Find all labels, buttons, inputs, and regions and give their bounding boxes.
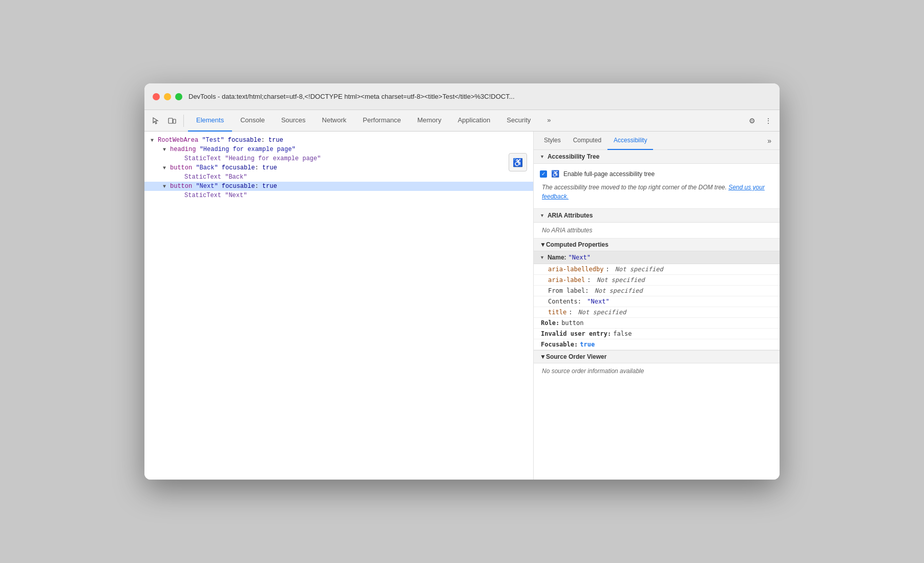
cursor-icon: [152, 117, 160, 125]
tab-sources[interactable]: Sources: [273, 110, 314, 132]
node-text-value3: "Next": [225, 192, 247, 199]
tab-elements[interactable]: Elements: [188, 110, 232, 132]
prop-value-from-label: Not specified: [591, 287, 642, 294]
sub-tab-more[interactable]: »: [763, 137, 775, 145]
dom-row-statictext-back[interactable]: StaticText "Back": [144, 172, 533, 182]
prop-value-invalid: false: [613, 330, 632, 337]
info-text-content: The accessibility tree moved to the top …: [542, 184, 727, 191]
node-attr-value-back: "Back": [196, 164, 218, 171]
triangle-source-order: ▼: [540, 353, 546, 360]
triangle-heading[interactable]: [163, 147, 170, 153]
dom-row-button-back[interactable]: button "Back" focusable : true: [144, 163, 533, 172]
prop-label-invalid: Invalid user entry:: [541, 330, 611, 337]
node-text-statictext2: StaticText: [184, 174, 221, 181]
prop-label-focusable: Focusable:: [541, 341, 578, 348]
section-header-accessibility-tree[interactable]: ▼ Accessibility Tree: [534, 150, 780, 164]
accessibility-content: ▼ Accessibility Tree ✓ ♿ Enable full-pag…: [534, 150, 780, 480]
node-keyword-focusable3: focusable: [222, 183, 255, 190]
node-type-button-next: button: [170, 183, 192, 190]
prop-name-from-label: From label: [548, 287, 585, 294]
dom-row-statictext-heading[interactable]: StaticText "Heading for example page": [144, 154, 533, 163]
prop-row-contents: Contents : "Next": [534, 296, 780, 307]
node-text-value2: "Back": [225, 174, 247, 181]
name-label: Name:: [548, 254, 566, 261]
no-source-text: No source order information available: [534, 363, 780, 379]
tab-accessibility[interactable]: Accessibility: [607, 132, 653, 150]
tab-application[interactable]: Application: [450, 110, 499, 132]
enable-row: ✓ ♿ Enable full-page accessibility tree: [540, 168, 773, 180]
section-header-aria[interactable]: ▼ ARIA Attributes: [534, 209, 780, 223]
node-text-statictext3: StaticText: [184, 192, 221, 199]
traffic-lights: [153, 93, 182, 100]
node-type-heading: heading: [170, 146, 196, 153]
minimize-button[interactable]: [164, 93, 171, 100]
tab-computed[interactable]: Computed: [567, 132, 607, 150]
sub-tab-bar: Styles Computed Accessibility »: [534, 132, 780, 150]
maximize-button[interactable]: [175, 93, 182, 100]
svg-rect-0: [169, 118, 173, 123]
tab-performance[interactable]: Performance: [354, 110, 409, 132]
enable-label: Enable full-page accessibility tree: [563, 170, 655, 178]
accessibility-tree-button[interactable]: ♿: [509, 153, 527, 171]
prop-name-title: title: [548, 309, 566, 316]
node-text-statictext1: StaticText: [184, 155, 221, 162]
tab-network[interactable]: Network: [314, 110, 355, 132]
tab-console[interactable]: Console: [232, 110, 273, 132]
node-keyword-true3: true: [262, 183, 277, 190]
prop-row-focusable: Focusable: true: [534, 339, 780, 350]
prop-name-aria-labelledby: aria-labelledby: [548, 266, 603, 273]
devtools-toolbar: Elements Console Sources Network Perform…: [144, 110, 780, 132]
prop-row-from-label: From label : Not specified: [534, 286, 780, 296]
node-keyword-focusable2: focusable: [222, 164, 255, 171]
dom-panel[interactable]: RootWebArea "Test" focusable : true head…: [144, 132, 534, 480]
name-value: "Next": [569, 254, 591, 261]
dom-row-heading[interactable]: heading "Heading for example page": [144, 145, 533, 154]
accessibility-icon: ♿: [551, 170, 559, 178]
triangle-next[interactable]: [163, 184, 170, 189]
tab-memory[interactable]: Memory: [409, 110, 450, 132]
svg-rect-1: [173, 119, 176, 123]
aria-section: No ARIA attributes: [534, 223, 780, 239]
device-toggle-button[interactable]: [165, 114, 179, 128]
section-header-computed-props[interactable]: ▼ Computed Properties: [534, 239, 780, 251]
tab-bar: Elements Console Sources Network Perform…: [188, 110, 743, 131]
prop-value-contents: "Next": [583, 298, 610, 305]
close-button[interactable]: [153, 93, 160, 100]
no-aria-text: No ARIA attributes: [534, 223, 780, 238]
section-header-source-order[interactable]: ▼ Source Order Viewer: [534, 350, 780, 363]
tab-styles[interactable]: Styles: [538, 132, 567, 150]
prop-value-role: button: [561, 319, 583, 327]
tab-security[interactable]: Security: [498, 110, 539, 132]
enable-checkbox[interactable]: ✓: [540, 170, 547, 178]
triangle-rootwebarea[interactable]: [151, 138, 158, 143]
triangle-back[interactable]: [163, 165, 170, 171]
dom-row-button-next[interactable]: button "Next" focusable : true: [144, 182, 533, 191]
prop-name-aria-label: aria-label: [548, 276, 585, 284]
prop-value-aria-labelledby: Not specified: [612, 266, 663, 273]
node-type-button-back: button: [170, 164, 192, 171]
dom-row-statictext-next[interactable]: StaticText "Next": [144, 191, 533, 200]
settings-button[interactable]: ⚙: [745, 114, 759, 128]
inspect-element-button[interactable]: [149, 114, 163, 128]
node-keyword-true2: true: [262, 164, 277, 171]
triangle-computed-props: ▼: [540, 241, 546, 248]
node-keyword-true1: true: [268, 137, 283, 144]
node-text-value1: "Heading for example page": [225, 155, 321, 162]
node-attr-value-next: "Next": [196, 183, 218, 190]
prop-value-title: Not specified: [574, 309, 626, 316]
more-options-button[interactable]: ⋮: [761, 114, 775, 128]
prop-value-focusable: true: [580, 341, 595, 348]
computed-name-row[interactable]: ▼ Name: "Next": [534, 251, 780, 264]
triangle-name: ▼: [540, 255, 544, 260]
prop-row-role: Role: button: [534, 318, 780, 329]
prop-row-invalid: Invalid user entry: false: [534, 329, 780, 339]
section-label-computed-props: Computed Properties: [546, 241, 608, 248]
info-text: The accessibility tree moved to the top …: [540, 180, 773, 204]
tab-more[interactable]: »: [539, 110, 559, 132]
section-label-source-order: Source Order Viewer: [546, 353, 607, 360]
prop-name-contents: Contents: [548, 298, 578, 305]
dom-row-rootwebarea[interactable]: RootWebArea "Test" focusable : true: [144, 136, 533, 145]
window-title: DevTools - data:text/html;charset=utf-8,…: [188, 93, 771, 100]
devtools-window: DevTools - data:text/html;charset=utf-8,…: [144, 83, 780, 480]
section-label-accessibility-tree: Accessibility Tree: [548, 153, 599, 160]
